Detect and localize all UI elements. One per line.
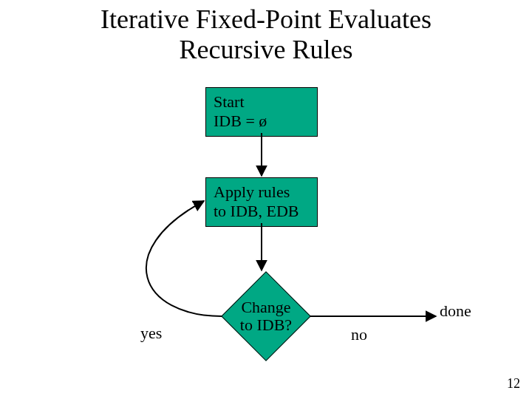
node-decision-label: Change to IDB? [222,272,310,361]
title-line-2: Recursive Rules [180,35,353,64]
node-decision: Change to IDB? [222,272,310,361]
node-start: Start IDB = ø [205,87,318,137]
slide-title: Iterative Fixed-Point Evaluates Recursiv… [0,4,532,66]
title-line-1: Iterative Fixed-Point Evaluates [100,4,432,34]
node-start-line1: Start [214,92,310,112]
node-apply-line1: Apply rules [214,183,310,202]
decision-line1: Change [241,298,290,316]
edge-label-no: no [351,325,367,344]
node-start-line2: IDB = ø [214,112,310,131]
slide-number: 12 [507,376,520,392]
edge-label-done: done [440,301,471,321]
node-apply-line2: to IDB, EDB [214,202,310,221]
edge-label-yes: yes [140,324,162,343]
decision-line2: to IDB? [240,316,292,334]
node-apply: Apply rules to IDB, EDB [205,177,318,227]
